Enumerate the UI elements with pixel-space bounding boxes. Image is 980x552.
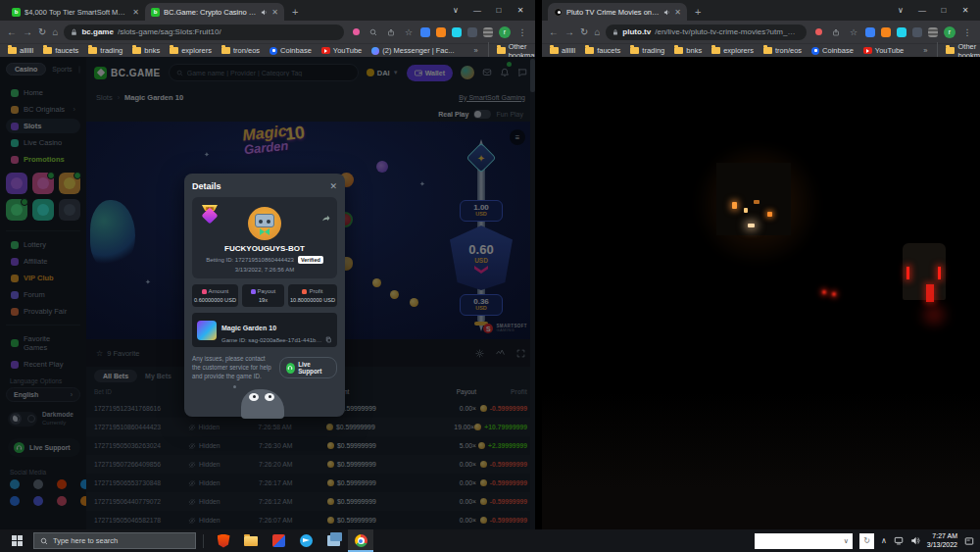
new-tab-button[interactable]: + xyxy=(695,6,701,18)
address-bar[interactable]: bc.game/slots-game/sag:Slots:Fruit10/ xyxy=(64,25,344,40)
tab-audio-icon[interactable] xyxy=(261,9,268,16)
minimize-icon[interactable]: — xyxy=(911,6,933,15)
modal-title: Details xyxy=(192,181,221,191)
bookmark-star-icon[interactable]: ☆ xyxy=(848,26,859,38)
brave-taskbar-icon[interactable] xyxy=(211,529,236,552)
file-explorer-taskbar-icon[interactable] xyxy=(238,529,264,552)
copy-icon[interactable] xyxy=(325,336,332,343)
back-icon[interactable]: ← xyxy=(7,27,17,37)
bookmark-item[interactable]: allllll xyxy=(550,46,575,55)
kebab-menu-icon[interactable]: ⋮ xyxy=(961,26,973,38)
bookmark-star-icon[interactable]: ☆ xyxy=(403,26,415,38)
window-menu-icon[interactable]: ∨ xyxy=(445,6,466,15)
chrome-taskbar-icon[interactable] xyxy=(348,529,373,552)
share-icon[interactable] xyxy=(830,26,842,38)
extension-icon[interactable] xyxy=(420,27,430,37)
telegram-taskbar-icon[interactable] xyxy=(293,529,318,552)
refresh-icon[interactable]: ↻ xyxy=(38,27,46,37)
bookmark-item[interactable]: bnks xyxy=(674,46,702,55)
bookmark-item[interactable]: YouTube xyxy=(863,46,904,55)
bookmark-item[interactable]: explorers xyxy=(711,46,754,55)
forward-icon[interactable]: → xyxy=(23,27,32,37)
tab-close-icon[interactable]: ✕ xyxy=(271,8,278,17)
back-icon[interactable]: ← xyxy=(549,27,559,37)
bookmark-item[interactable]: allllll xyxy=(8,46,33,55)
window-menu-icon[interactable]: ∨ xyxy=(890,6,911,15)
refresh-icon[interactable]: ↻ xyxy=(580,27,588,37)
extension-icon[interactable] xyxy=(865,27,875,37)
extension-icon[interactable] xyxy=(912,27,922,37)
game-info-card[interactable]: Magic Garden 10 Game ID: sag-0200a8ee-17… xyxy=(192,313,337,347)
pluto-video-player[interactable] xyxy=(542,57,980,529)
bookmark-label: YouTube xyxy=(875,46,904,55)
deskband-icon[interactable]: ↻ xyxy=(859,533,874,549)
password-manager-icon[interactable] xyxy=(812,26,824,38)
bookmark-folder-icon xyxy=(811,47,819,55)
maximize-icon[interactable]: □ xyxy=(933,6,955,15)
bet-details-modal: Details ✕ WIN FUCKYOUGUYS-BOT Bet xyxy=(184,174,345,417)
bookmarks-overflow-icon[interactable]: » xyxy=(923,46,927,55)
url-domain: bc.game xyxy=(81,27,113,36)
profile-avatar[interactable]: r xyxy=(944,26,956,38)
browser-tab-active[interactable]: b BC.Game: Crypto Casino Ga ✕ xyxy=(145,3,284,21)
extension-icon[interactable] xyxy=(483,27,493,37)
maximize-icon[interactable]: □ xyxy=(488,6,510,15)
close-icon[interactable]: ✕ xyxy=(510,6,531,15)
browser-tab-active[interactable]: Pluto TV Crime Movies on Pl ✕ xyxy=(548,3,687,21)
app-taskbar-icon[interactable] xyxy=(320,529,346,552)
bookmark-item[interactable]: trading xyxy=(630,46,664,55)
bookmark-item[interactable]: tron/eos xyxy=(763,46,802,55)
extension-icon[interactable] xyxy=(452,27,462,37)
tab-audio-icon[interactable] xyxy=(663,9,670,16)
taskbar-search-box[interactable]: ∨ xyxy=(755,533,853,549)
extension-icon[interactable] xyxy=(928,27,938,37)
forward-icon[interactable]: → xyxy=(564,27,574,37)
bookmark-item[interactable]: bnks xyxy=(132,46,160,55)
password-manager-icon[interactable] xyxy=(350,26,362,38)
taskbar-search[interactable] xyxy=(33,532,196,549)
profile-avatar[interactable]: r xyxy=(499,26,511,38)
bookmark-item[interactable]: trading xyxy=(88,46,122,55)
tab-close-icon[interactable]: ✕ xyxy=(674,8,681,17)
network-icon[interactable] xyxy=(894,536,904,545)
tab-title: BC.Game: Crypto Casino Ga xyxy=(164,8,257,17)
tray-expand-icon[interactable]: ∧ xyxy=(881,536,887,545)
metamask-icon[interactable] xyxy=(436,27,446,37)
action-center-icon[interactable] xyxy=(964,536,974,546)
bookmarks-overflow-icon[interactable]: » xyxy=(474,46,478,55)
extension-icon[interactable] xyxy=(467,27,477,37)
close-icon[interactable]: ✕ xyxy=(955,6,976,15)
home-icon[interactable]: ⌂ xyxy=(594,27,600,37)
live-support-button[interactable]: Live Support xyxy=(279,357,337,378)
bookmark-item[interactable]: explorers xyxy=(170,46,212,55)
speaker-icon[interactable] xyxy=(910,536,920,545)
chevron-down-icon[interactable]: ∨ xyxy=(844,537,849,545)
browser-tab[interactable]: b $4,000 Top Tier SmartSoft Multip ✕ xyxy=(6,3,145,21)
desktop: b $4,000 Top Tier SmartSoft Multip ✕ b B… xyxy=(0,0,980,552)
modal-close-icon[interactable]: ✕ xyxy=(329,181,337,191)
metamask-icon[interactable] xyxy=(881,27,891,37)
taskbar-clock[interactable]: 7:27 AM 3/13/2022 xyxy=(927,532,957,549)
side-search-icon[interactable] xyxy=(368,26,379,38)
address-bar[interactable]: pluto.tv/en/live-tv/pluto-tv-crime-movie… xyxy=(606,25,807,40)
share-icon[interactable] xyxy=(385,26,397,38)
bookmark-item[interactable]: Coinbase xyxy=(811,46,854,55)
minimize-icon[interactable]: — xyxy=(466,6,488,15)
stat-box: Amount 0.60000000 USD xyxy=(192,284,238,307)
reader-app-taskbar-icon[interactable] xyxy=(266,529,291,552)
bookmark-item[interactable]: faucets xyxy=(585,46,620,55)
bookmark-item[interactable]: tron/eos xyxy=(221,46,260,55)
kebab-menu-icon[interactable]: ⋮ xyxy=(516,26,528,38)
tab-close-icon[interactable]: ✕ xyxy=(132,8,139,17)
bookmark-item[interactable]: Coinbase xyxy=(270,46,312,55)
home-icon[interactable]: ⌂ xyxy=(52,27,58,37)
bookmark-item[interactable]: YouTube xyxy=(321,46,362,55)
bookmark-item[interactable]: faucets xyxy=(43,46,78,55)
new-tab-button[interactable]: + xyxy=(292,6,298,18)
start-button[interactable] xyxy=(0,529,33,552)
extension-icon[interactable] xyxy=(897,27,906,37)
player-avatar[interactable] xyxy=(248,207,281,240)
bookmark-item[interactable]: (2) Messenger | Fac... xyxy=(371,46,454,55)
share-icon[interactable] xyxy=(321,209,330,226)
taskbar-search-input[interactable] xyxy=(53,536,189,545)
